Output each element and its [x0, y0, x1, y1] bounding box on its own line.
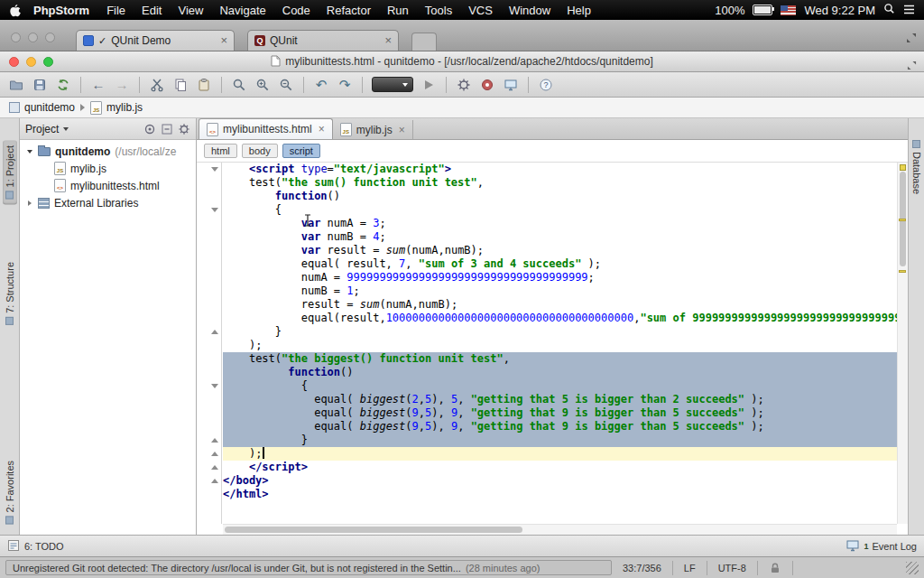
code-line[interactable]: function()	[223, 366, 897, 379]
breadcrumb-qunitdemo[interactable]: qunitdemo	[9, 101, 75, 114]
find-button[interactable]	[228, 75, 250, 95]
status-message-box[interactable]: Unregistered Git root detected: The dire…	[5, 560, 612, 575]
minimize-window-button[interactable]	[26, 57, 36, 67]
expander-icon[interactable]	[25, 150, 33, 154]
menu-file[interactable]: File	[106, 4, 125, 17]
fold-marker[interactable]	[211, 438, 218, 443]
code-editor[interactable]: <script type="text/javascript"> test("th…	[197, 163, 908, 535]
horizontal-scrollbar[interactable]	[223, 524, 897, 535]
code-line[interactable]: test("the sum() function unit test",	[223, 176, 897, 190]
notification-center-icon[interactable]	[903, 4, 915, 17]
run-configuration-select[interactable]	[372, 77, 413, 92]
expander-icon[interactable]	[25, 200, 33, 206]
code-line[interactable]: );	[223, 447, 897, 461]
horizontal-scrollbar-thumb[interactable]	[225, 527, 522, 533]
tree-item-qunitdemo[interactable]: qunitdemo (/usr/local/ze	[20, 143, 196, 160]
menu-vcs[interactable]: VCS	[468, 4, 493, 17]
resize-grip[interactable]	[906, 562, 919, 574]
menu-refactor[interactable]: Refactor	[327, 4, 371, 17]
fold-marker[interactable]	[211, 330, 218, 334]
collapse-all-icon[interactable]	[161, 123, 173, 135]
code-line[interactable]: {	[223, 379, 897, 393]
code-line[interactable]: var result = sum(numA,numB);	[223, 244, 897, 257]
code-line[interactable]: equal( result, 7, "sum of 3 and 4 succee…	[223, 257, 897, 271]
editor-tab-mylibunittests.html[interactable]: <>mylibunittests.html×	[199, 118, 333, 139]
fold-marker[interactable]	[211, 167, 218, 172]
tab-close-icon[interactable]: ×	[220, 36, 227, 45]
ide-titlebar[interactable]: mylibunittests.html - qunitdemo - [/usr/…	[0, 51, 924, 72]
inspection-status-icon[interactable]	[900, 164, 906, 171]
menu-run[interactable]: Run	[387, 4, 409, 17]
settings-button[interactable]	[453, 75, 475, 95]
code-line[interactable]: result = sum(numA,numB);	[223, 298, 897, 312]
code-line[interactable]: );	[223, 339, 897, 352]
tool-window-button-database[interactable]: Database	[910, 135, 924, 200]
code-line[interactable]: <script type="text/javascript">	[223, 163, 897, 176]
warning-stripe-mark[interactable]	[899, 270, 906, 273]
code-text[interactable]: <script type="text/javascript"> test("th…	[223, 163, 897, 524]
fold-marker[interactable]	[211, 465, 218, 470]
window-close-button[interactable]	[11, 33, 21, 42]
paste-button[interactable]	[193, 75, 215, 95]
code-line[interactable]: </body>	[223, 474, 897, 488]
traffic-lights[interactable]	[9, 57, 53, 67]
breadcrumb-script[interactable]: script	[282, 144, 320, 158]
zoom-window-button[interactable]	[43, 57, 53, 67]
fold-marker[interactable]	[211, 479, 218, 483]
menu-code[interactable]: Code	[282, 4, 310, 17]
tool-window-button-favorites[interactable]: 2: Favorites	[3, 455, 17, 529]
tool-window-button-todo[interactable]: 6: TODO	[24, 541, 64, 552]
menu-navigate[interactable]: Navigate	[219, 4, 265, 17]
tab-close-icon[interactable]: ×	[319, 123, 325, 135]
cut-button[interactable]	[146, 75, 168, 95]
tab-close-icon[interactable]: ×	[399, 124, 405, 136]
window-zoom-button[interactable]	[45, 33, 55, 42]
sync-button[interactable]	[52, 75, 74, 95]
code-line[interactable]: numB = 1;	[223, 284, 897, 298]
code-line[interactable]: }	[223, 325, 897, 339]
run-button[interactable]	[418, 75, 439, 95]
breadcrumb-mylib.js[interactable]: JSmylib.js	[90, 101, 143, 115]
redo-button[interactable]: ↷	[334, 75, 356, 95]
new-tab-stub[interactable]	[411, 33, 437, 51]
code-line[interactable]: test("the biggest() function unit test",	[223, 352, 897, 366]
apple-menu-icon[interactable]	[9, 4, 21, 17]
project-view-selector[interactable]: Project	[25, 123, 59, 135]
open-button[interactable]	[5, 75, 27, 95]
code-line[interactable]: {	[223, 203, 897, 217]
help-button[interactable]: ?	[535, 75, 557, 95]
window-minimize-button[interactable]	[28, 33, 38, 42]
us-flag-icon[interactable]	[781, 5, 796, 15]
menu-tools[interactable]: Tools	[425, 4, 452, 17]
tree-item-external-libraries[interactable]: External Libraries	[20, 194, 196, 211]
code-line[interactable]: var numB = 4;	[223, 230, 897, 244]
code-line[interactable]: var numA = 3;	[223, 217, 897, 230]
menu-view[interactable]: View	[178, 4, 203, 17]
tree-item-mylib-js[interactable]: JSmylib.js	[20, 160, 196, 177]
tree-item-mylibunittests-html[interactable]: <>mylibunittests.html	[20, 177, 196, 194]
fullscreen-icon[interactable]	[906, 31, 917, 47]
save-button[interactable]	[29, 75, 51, 95]
vertical-scrollbar[interactable]	[897, 163, 908, 524]
close-window-button[interactable]	[9, 57, 19, 67]
zoom-out-button[interactable]	[275, 75, 297, 95]
code-line[interactable]: function()	[223, 190, 897, 203]
code-line[interactable]: </script>	[223, 461, 897, 474]
menu-help[interactable]: Help	[567, 4, 591, 17]
encoding-widget[interactable]: UTF-8	[707, 561, 758, 575]
breadcrumb-body[interactable]: body	[242, 144, 278, 158]
menubar-clock[interactable]: Wed 9:22 PM	[804, 4, 875, 17]
spotlight-icon[interactable]	[883, 3, 895, 17]
event-log-button[interactable]: 1 Event Log	[845, 538, 917, 555]
undo-button[interactable]: ↶	[310, 75, 332, 95]
zoom-in-button[interactable]	[252, 75, 273, 95]
monitor-button[interactable]	[500, 75, 522, 95]
code-line[interactable]: numA = 999999999999999999999999999999999…	[223, 271, 897, 284]
tool-window-button-structure[interactable]: 7: Structure	[3, 256, 17, 331]
editor-gutter[interactable]	[197, 163, 222, 524]
breadcrumb-html[interactable]: html	[204, 144, 237, 158]
highlighting-level-icon[interactable]	[758, 561, 793, 575]
warning-stripe-mark[interactable]	[899, 219, 906, 221]
back-button[interactable]: ←	[88, 75, 109, 95]
fold-marker[interactable]	[211, 384, 218, 388]
